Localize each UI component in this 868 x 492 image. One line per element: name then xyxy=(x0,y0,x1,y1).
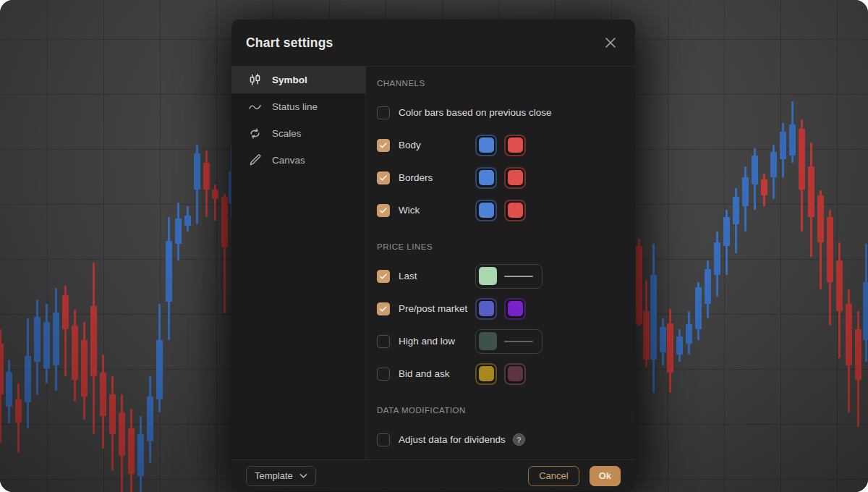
sidebar-item-symbol[interactable]: Symbol xyxy=(231,67,365,93)
app-window: Chart settings Symbol Status line xyxy=(0,0,868,492)
section-data-modification: DATA MODIFICATION xyxy=(377,403,621,417)
post-market-color-swatch[interactable] xyxy=(504,298,526,320)
candle xyxy=(72,326,78,380)
bidask-checkbox[interactable] xyxy=(377,368,390,381)
check-icon xyxy=(379,174,388,182)
setting-label: High and low xyxy=(399,336,455,347)
setting-label: Last xyxy=(399,271,417,281)
candle xyxy=(827,217,833,282)
body-up-color-swatch[interactable] xyxy=(475,135,497,156)
setting-label: Wick xyxy=(399,205,420,216)
ok-button[interactable]: Ok xyxy=(590,466,621,486)
close-icon xyxy=(605,37,616,48)
prepost-checkbox[interactable] xyxy=(377,302,390,315)
sidebar-item-label: Status line xyxy=(272,101,318,112)
candle xyxy=(650,275,657,360)
candle xyxy=(166,241,172,302)
candle xyxy=(90,306,97,376)
dialog-title: Chart settings xyxy=(246,35,333,51)
candle xyxy=(752,156,758,184)
body-checkbox[interactable] xyxy=(377,139,390,152)
candle xyxy=(808,166,814,217)
chevron-down-icon xyxy=(299,473,307,479)
setting-row-wick: Wick xyxy=(377,194,621,226)
setting-row-dividends: Adjust data for dividends ? xyxy=(377,423,621,456)
sidebar-item-label: Symbol xyxy=(272,75,307,85)
color-fill xyxy=(508,366,523,381)
close-button[interactable] xyxy=(600,33,621,53)
last-line-style-button[interactable] xyxy=(475,264,542,289)
color-fill xyxy=(508,203,523,218)
check-icon xyxy=(379,206,388,215)
candle xyxy=(62,295,69,329)
candle xyxy=(15,399,22,423)
line-style-preview xyxy=(504,276,533,277)
candle xyxy=(184,216,191,226)
section-price-lines: PRICE LINES xyxy=(377,239,621,254)
candle xyxy=(137,434,144,476)
borders-up-color-swatch[interactable] xyxy=(475,167,497,189)
color-bars-checkbox[interactable] xyxy=(377,106,390,119)
candle xyxy=(25,356,31,402)
sidebar-item-status-line[interactable]: Status line xyxy=(231,93,365,120)
candle xyxy=(723,217,730,246)
dialog-body: Symbol Status line Scales xyxy=(231,67,635,459)
help-icon[interactable]: ? xyxy=(513,433,525,446)
grid-line xyxy=(837,0,838,492)
borders-checkbox[interactable] xyxy=(377,171,390,184)
pre-market-color-swatch[interactable] xyxy=(475,298,497,320)
candle xyxy=(119,412,125,456)
candle xyxy=(705,269,711,304)
highlow-checkbox[interactable] xyxy=(377,335,390,348)
candle xyxy=(660,327,666,352)
chart-settings-dialog: Chart settings Symbol Status line xyxy=(231,20,635,491)
candle xyxy=(742,177,749,206)
check-icon xyxy=(379,141,388,150)
sidebar-item-canvas[interactable]: Canvas xyxy=(231,147,365,174)
section-channels: CHANNELS xyxy=(377,76,621,90)
candle xyxy=(789,124,796,156)
candle xyxy=(643,311,650,360)
wick-up-color-swatch[interactable] xyxy=(475,200,497,221)
wave-line-icon xyxy=(247,100,262,114)
candle xyxy=(676,336,683,355)
wick-checkbox[interactable] xyxy=(377,204,390,217)
bid-color-swatch[interactable] xyxy=(475,363,497,385)
candle xyxy=(733,197,739,224)
body-down-color-swatch[interactable] xyxy=(504,135,526,156)
setting-row-bidask: Bid and ask xyxy=(377,357,621,390)
last-line-controls xyxy=(475,264,542,289)
template-dropdown-button[interactable]: Template xyxy=(246,466,316,486)
candle xyxy=(203,163,210,190)
candle xyxy=(100,373,106,416)
ask-color-swatch[interactable] xyxy=(504,363,526,385)
dividends-checkbox[interactable] xyxy=(377,433,390,446)
cancel-button[interactable]: Cancel xyxy=(528,466,579,486)
grid-line xyxy=(160,0,161,492)
setting-label: Adjust data for dividends xyxy=(399,434,506,445)
line-style-preview xyxy=(504,341,533,342)
grid-line xyxy=(216,0,217,492)
candle xyxy=(175,219,182,244)
check-icon xyxy=(379,272,388,281)
candle xyxy=(147,396,153,441)
highlow-line-style-button[interactable] xyxy=(475,329,542,354)
wick-down-color-swatch[interactable] xyxy=(504,200,526,221)
color-fill xyxy=(479,366,494,381)
color-fill xyxy=(508,137,523,153)
setting-row-borders: Borders xyxy=(377,161,621,194)
candle xyxy=(81,340,88,396)
borders-down-color-swatch[interactable] xyxy=(504,167,526,189)
sidebar-item-scales[interactable]: Scales xyxy=(231,120,365,147)
candle xyxy=(128,428,135,474)
candle xyxy=(221,197,228,247)
setting-label: Borders xyxy=(399,172,433,183)
candle xyxy=(34,317,41,362)
color-fill xyxy=(479,267,497,285)
candle xyxy=(817,195,824,242)
last-checkbox[interactable] xyxy=(377,270,390,283)
setting-label: Pre/post market xyxy=(399,303,467,314)
color-fill xyxy=(479,203,494,218)
candle xyxy=(636,246,642,324)
sidebar-item-label: Canvas xyxy=(272,155,305,166)
